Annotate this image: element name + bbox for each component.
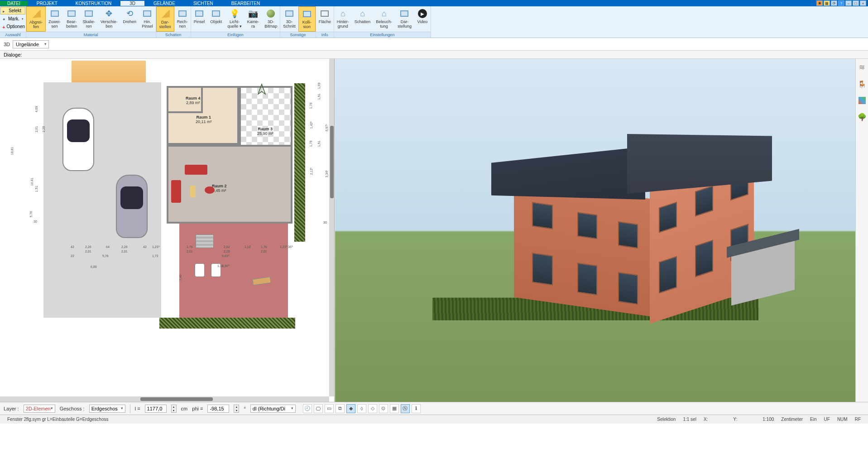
ribbon-group-info: Fläche Info [316, 6, 334, 38]
scrollbar-thumb-v[interactable] [330, 126, 334, 198]
perspective-3d-view[interactable] [335, 59, 855, 402]
phi-spinner[interactable]: ▴▾ [234, 405, 239, 413]
tree-icon[interactable]: 🌳 [858, 112, 867, 121]
schatten-button[interactable]: ⌂Schatten [352, 6, 374, 32]
rotate-icon: ⟲ [124, 8, 135, 19]
menu-tab-sichten[interactable]: SICHTEN [184, 1, 222, 6]
dim-bot-inner2: 5,76 [102, 254, 109, 257]
abgreifen-button[interactable]: Abgrei-fen [26, 6, 46, 32]
dim-bot-f: 1,23⁵ [152, 245, 160, 249]
grid-icon[interactable]: ▦ [390, 404, 399, 413]
hedge-right [294, 83, 305, 242]
snap-ortho-icon[interactable]: ◇ [368, 404, 377, 413]
app-icon-1[interactable]: ✱ [816, 0, 823, 6]
rechnen-button[interactable]: Rech-nen [174, 6, 191, 32]
dim-left-total: 18,81 [10, 147, 14, 155]
sofa-2[interactable] [171, 180, 181, 203]
monitor-icon[interactable]: 🖵 [314, 404, 323, 413]
length-field[interactable]: 1177,0 [145, 405, 167, 413]
dim-bot-d2: 2,01 [121, 250, 128, 253]
geschoss-select[interactable]: Erdgeschos [89, 405, 125, 413]
flaeche-button[interactable]: Fläche [316, 6, 334, 32]
app-icon-3[interactable]: ⟳ [831, 0, 837, 6]
objekt-button[interactable]: Objekt [207, 6, 225, 32]
bitmap-button[interactable]: 3D-Bitmap [262, 6, 280, 32]
dim-lower-b: 2,02 [224, 245, 230, 248]
menu-tab-projekt[interactable]: PROJEKT [28, 1, 67, 6]
status-num: NUM [834, 417, 851, 422]
clock-icon[interactable]: 🕘 [303, 404, 312, 413]
armchair-icon[interactable]: 🪑 [858, 80, 867, 89]
kollision-button[interactable]: Kolli-sion [298, 6, 316, 32]
darstellung-button[interactable]: Dar-stellung [395, 6, 414, 32]
kamera-button[interactable]: 📷Kame-ra [245, 6, 262, 32]
scrollbar-thumb-h[interactable] [140, 397, 213, 401]
close-icon[interactable]: × [860, 0, 866, 6]
hintergrund-button[interactable]: ⌂Hinter-grund [334, 6, 352, 32]
house-3d-model[interactable] [460, 99, 731, 334]
camera-icon: 📷 [248, 8, 259, 19]
hinpinsel-button[interactable]: Hin.Pinsel [139, 6, 156, 32]
app-icon-2[interactable]: ▦ [824, 0, 830, 6]
schnitt-button[interactable]: 3D-Schnitt [280, 6, 298, 32]
verschieben-button[interactable]: ✥Verschie-ben [98, 6, 120, 32]
lichtquelle-button[interactable]: 💡Licht-quelle ▾ [225, 6, 245, 32]
drehen-button[interactable]: ⟲Drehen [120, 6, 139, 32]
phi-field[interactable]: -98,15 [207, 405, 229, 413]
bearbeiten-button[interactable]: Bear-beiten [63, 6, 80, 32]
skalieren-button[interactable]: Skalie-ren [80, 6, 98, 32]
lounge-chair-1[interactable] [195, 263, 205, 277]
dl-select[interactable]: dl (Richtung/Di [250, 405, 296, 413]
menu-tab-3d[interactable]: 3D [120, 1, 144, 6]
car-gray[interactable] [116, 175, 148, 238]
sofa-1[interactable] [185, 165, 207, 175]
minimize-icon[interactable]: – [845, 0, 852, 6]
floorplan-2d-view[interactable]: Raum 120,11 m² Raum 42,89 m² Raum 325,90… [0, 59, 335, 402]
snap-endpoint-icon[interactable]: ◆ [346, 404, 355, 413]
menu-tab-datei[interactable]: DATEI [0, 1, 28, 6]
terrain-select[interactable]: Urgelände [13, 40, 49, 48]
window-3d [577, 262, 597, 295]
darstellen-button[interactable]: Dar-stellen [156, 6, 174, 32]
status-rf: RF [851, 417, 864, 422]
mark-icon [2, 17, 7, 21]
select-tool-button[interactable]: Selekt [0, 7, 25, 14]
palette-icon[interactable] [858, 97, 866, 104]
maximize-icon[interactable]: □ [853, 0, 859, 6]
snap-mid-icon[interactable]: ◊ [357, 404, 366, 413]
beanbag[interactable] [205, 186, 215, 194]
stairs[interactable] [196, 234, 214, 248]
beleuchtung-button[interactable]: ⌂Beleuch-tung [373, 6, 395, 32]
sphere-icon [267, 10, 275, 18]
menu-tab-gelaende[interactable]: GELÄNDE [144, 1, 184, 6]
help-icon[interactable]: ? [838, 0, 844, 6]
status-filename: Fenster 2flg.sym gr L=Einbauteile G=Erdg… [4, 417, 112, 422]
north-icon[interactable]: Ⓝ [401, 404, 410, 413]
dim-lower-d2: 2,01 [261, 250, 267, 253]
snap-toolbar: 🕘 🖵 ▭ ⧉ ◆ ◊ ◇ ⊙ ▦ Ⓝ ℹ [303, 404, 421, 413]
car-white[interactable] [62, 108, 94, 171]
menu-tab-bearbeiten[interactable]: BEARBEITEN [222, 1, 269, 6]
dim-right-d2: 1,51 [317, 94, 321, 100]
scrollbar-horizontal[interactable] [0, 396, 329, 402]
menu-bar: DATEI PROJEKT KONSTRUKTION 3D GELÄNDE SI… [0, 0, 868, 6]
info-button-icon[interactable]: ℹ [412, 404, 421, 413]
menu-tab-konstruktion[interactable]: KONSTRUKTION [67, 1, 120, 6]
group-label-einstellungen: Einstellungen [334, 32, 431, 38]
side-table[interactable] [190, 186, 196, 197]
room-2[interactable] [167, 145, 293, 224]
geschoss-label: Geschoss : [60, 406, 85, 411]
group-label-schatten: Schatten [156, 32, 191, 38]
rect-icon[interactable]: ▭ [325, 404, 334, 413]
options-button[interactable]: Optionen [0, 23, 25, 30]
length-spinner[interactable]: ▴▾ [171, 405, 177, 413]
video-button[interactable]: ▶Video [414, 6, 431, 32]
pinsel-button[interactable]: Pinsel [191, 6, 208, 32]
layers-icon[interactable]: ≋ [858, 62, 867, 72]
zuweisen-button[interactable]: Zuwei-sen [46, 6, 63, 32]
mark-tool-button[interactable]: Mark. ▾ [0, 15, 25, 22]
overlap-icon[interactable]: ⧉ [336, 404, 345, 413]
right-tool-rail: ≋ 🪑 🌳 [855, 59, 868, 402]
snap-center-icon[interactable]: ⊙ [379, 404, 388, 413]
layer-select[interactable]: 2D-Elemen [24, 405, 55, 413]
